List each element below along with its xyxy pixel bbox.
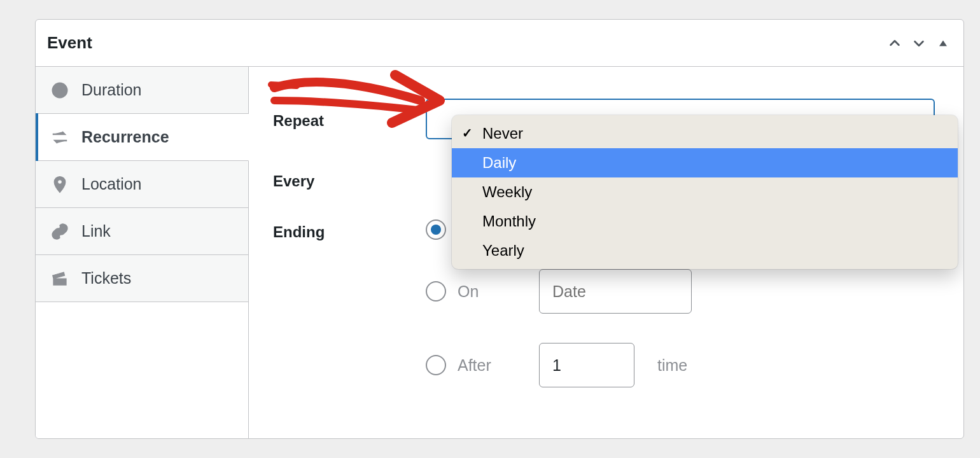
ending-after-input[interactable] xyxy=(539,343,634,387)
tab-recurrence[interactable]: Recurrence xyxy=(36,114,249,161)
tickets-icon xyxy=(50,268,70,289)
radio[interactable] xyxy=(426,281,446,302)
chevron-down-icon xyxy=(912,36,926,50)
tab-duration[interactable]: Duration xyxy=(36,67,248,114)
repeat-dropdown-menu: Never Daily Weekly Monthly Yearly xyxy=(452,115,958,269)
tab-label: Duration xyxy=(81,81,142,99)
event-panel: Event Duration xyxy=(35,19,964,439)
panel-controls xyxy=(886,34,952,52)
clock-icon xyxy=(50,80,70,101)
pin-icon xyxy=(50,174,70,195)
label-ending: Ending xyxy=(273,219,426,241)
tab-label: Link xyxy=(81,222,111,240)
tab-label: Recurrence xyxy=(81,128,169,146)
radio-rad[interactable] xyxy=(426,219,446,240)
move-down-button[interactable] xyxy=(910,34,928,52)
tab-label: Tickets xyxy=(81,269,131,288)
tab-link[interactable]: Link xyxy=(36,208,248,255)
chevron-up-icon xyxy=(888,36,902,50)
label-repeat: Repeat xyxy=(273,108,426,130)
ending-date-input[interactable] xyxy=(539,269,692,314)
radio-label: On xyxy=(458,282,528,301)
dropdown-option-monthly[interactable]: Monthly xyxy=(452,207,958,236)
dropdown-option-never[interactable]: Never xyxy=(452,119,958,148)
dropdown-option-daily[interactable]: Daily xyxy=(452,148,958,177)
triangle-up-icon xyxy=(937,38,949,49)
tabs-sidebar: Duration Recurrence Location Link xyxy=(36,67,249,438)
tab-location[interactable]: Location xyxy=(36,161,248,208)
dropdown-option-weekly[interactable]: Weekly xyxy=(452,177,958,207)
panel-title: Event xyxy=(47,33,92,53)
collapse-button[interactable] xyxy=(934,34,952,52)
label-every: Every xyxy=(273,169,426,190)
ending-option-after[interactable]: After time xyxy=(426,343,692,387)
tab-label: Location xyxy=(81,175,142,193)
move-up-button[interactable] xyxy=(886,34,904,52)
svg-marker-0 xyxy=(939,40,947,46)
link-icon xyxy=(50,221,70,242)
radio-label: After xyxy=(458,356,528,375)
panel-header: Event xyxy=(36,20,963,67)
repeat-icon xyxy=(50,127,70,148)
tab-tickets[interactable]: Tickets xyxy=(36,255,248,302)
ending-option-on[interactable]: On xyxy=(426,269,692,314)
radio[interactable] xyxy=(426,355,446,375)
dropdown-option-yearly[interactable]: Yearly xyxy=(452,236,958,265)
ending-after-suffix: time xyxy=(657,356,687,375)
